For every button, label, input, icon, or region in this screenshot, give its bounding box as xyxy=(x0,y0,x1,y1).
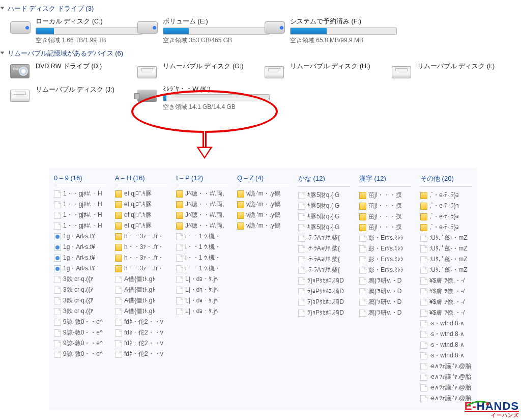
file-item[interactable]: ﾗ}ｮPｸｾﾎｺ.碕D xyxy=(298,275,350,286)
drive-g[interactable]: リムーバブル ディスク (G:) xyxy=(137,59,265,82)
drive-e[interactable]: ボリューム (E:) 空き領域 353 GB/465 GB xyxy=(137,14,265,48)
column-header[interactable]: かな (12) xyxy=(298,174,350,183)
file-item[interactable]: ·ﾃ·ﾗAｮﾘｻ.柴{ xyxy=(298,265,350,275)
file-item[interactable]: 彭・Erﾂs.ﾐﾚｼ xyxy=(359,233,411,243)
file-item[interactable]: A借{僵tﾄ.gﾄ xyxy=(115,274,167,285)
drive-h[interactable]: リムーバブル ディスク (H:) xyxy=(265,59,392,82)
column-header[interactable]: I – P (12) xyxy=(176,174,228,182)
file-item[interactable]: 1・・gjﾎ#.・H xyxy=(54,210,106,220)
file-item[interactable]: Jﾍ聴・・#/.両, xyxy=(176,188,228,199)
file-item[interactable]: L|・dｮ・ｹ.jﾍ xyxy=(176,274,228,285)
file-item[interactable]: 9諒-敦0・・e^ xyxy=(54,327,106,338)
file-item[interactable]: Jﾍ聴・・#/.両, xyxy=(176,220,228,231)
file-item[interactable]: i・・1 ｳ.槻・ xyxy=(176,253,228,263)
drive-d[interactable]: DVD RW ドライブ (D:) xyxy=(10,59,137,82)
file-item[interactable]: ·s・wtnd.8·∧ xyxy=(420,329,472,340)
file-item[interactable]: Jﾍ聴・・#/.両, xyxy=(176,199,228,210)
file-item[interactable]: :Uﾀ.ﾟ劔·・mZ xyxy=(420,243,472,254)
file-item[interactable]: h・・3ｧ・.fr・ xyxy=(115,263,167,274)
file-item[interactable]: 茁j!・・・扠 xyxy=(359,222,411,233)
file-item[interactable]: ,`・e·ﾃ·.ﾗ}ｮ xyxy=(420,201,472,211)
file-item[interactable]: 1・・gjﾎ#.・H xyxy=(54,188,106,199)
file-item[interactable]: L|・dｮ・ｹ.jﾍ xyxy=(176,285,228,295)
file-item[interactable]: :Uﾀ.ﾟ劔·・mZ xyxy=(420,254,472,265)
file-item[interactable]: ef qjｺ".ｷ豚 xyxy=(115,199,167,210)
file-item[interactable]: 9諒-敦0・・e^ xyxy=(54,338,106,349)
column-header[interactable]: Q – Z (4) xyxy=(237,174,289,182)
file-item[interactable]: fdﾈ・佗2・・v xyxy=(115,338,167,349)
file-item[interactable]: :Uﾀ.ﾟ劔·・mZ xyxy=(420,265,472,275)
file-item[interactable]: 9諒-敦0・・e^ xyxy=(54,317,106,327)
file-item[interactable]: Jﾍ聴・・#/.両, xyxy=(176,210,228,220)
file-item[interactable]: 3鉄 cr·q.({ｱ xyxy=(54,285,106,295)
file-item[interactable]: ｷ豚5財q.{·G xyxy=(298,190,350,201)
file-item[interactable]: 鴉)'ｦ研v.・D xyxy=(359,286,411,297)
file-item[interactable]: 1g・Arﾚs.t¥ xyxy=(54,231,106,242)
drive-c[interactable]: ローカル ディスク (C:) 空き領域 1.66 TB/1.99 TB xyxy=(10,14,137,48)
drive-k[interactable]: ﾐﾚｼ`ﾔ・・W (K:) 空き領域 14.1 GB/14.4 GB xyxy=(137,82,265,115)
file-item[interactable]: ﾗ}ｮPｸｾﾎｺ.碕D xyxy=(298,297,350,307)
file-item[interactable]: ｷ豚5財q.{·G xyxy=(298,222,350,233)
section-hdd-header[interactable]: ハード ディスク ドライブ (3) xyxy=(0,3,521,14)
file-item[interactable]: ·ﾃ·ﾗAｮﾘｻ.柴{ xyxy=(298,233,350,243)
file-item[interactable]: fdﾈ・佗2・・v xyxy=(115,317,167,327)
file-item[interactable]: 茁j!・・・扠 xyxy=(359,190,411,201)
file-item[interactable]: i・・1 ｳ.槻・ xyxy=(176,263,228,274)
file-item[interactable]: ·e∧ﾂｫ議·'ｧ.@胎 xyxy=(420,361,472,372)
file-item[interactable]: ,`・e·ﾃ·.ﾗ}ｮ xyxy=(420,211,472,222)
file-item[interactable]: 3鉄 cr·q.({ｱ xyxy=(54,306,106,317)
file-item[interactable]: ·s・wtnd.8·∧ xyxy=(420,350,472,361)
file-item[interactable]: h・・3ｧ・.fr・ xyxy=(115,242,167,253)
file-item[interactable]: ¥$膚 ｦ僚.・-/ xyxy=(420,297,472,307)
file-item[interactable]: 1g・Arﾚs.t¥ xyxy=(54,242,106,253)
drive-j[interactable]: リムーバブル ディスク (J:) xyxy=(10,82,137,115)
file-item[interactable]: ef qjｺ".ｷ豚 xyxy=(115,188,167,199)
file-item[interactable]: ·ﾃ·ﾗAｮﾘｻ.柴{ xyxy=(298,254,350,265)
file-item[interactable]: fdﾈ・佗2・・v xyxy=(115,327,167,338)
file-item[interactable]: ·s・wtnd.8·∧ xyxy=(420,340,472,350)
file-item[interactable]: 鴉)'ｦ研v.・D xyxy=(359,275,411,286)
file-item[interactable]: 茁j!・・・扠 xyxy=(359,211,411,222)
file-item[interactable]: ·e∧ﾂｫ議·'ｧ.@胎 xyxy=(420,382,472,393)
column-header[interactable]: 漢字 (12) xyxy=(359,174,411,183)
file-item[interactable]: h・・3ｧ・.fr・ xyxy=(115,253,167,263)
file-item[interactable]: 3鉄 cr·q.({ｱ xyxy=(54,295,106,306)
file-item[interactable]: fdﾈ・佗2・・v xyxy=(115,349,167,359)
file-item[interactable]: A借{僵tﾄ.gﾄ xyxy=(115,295,167,306)
file-item[interactable]: ·ﾃ·ﾗAｮﾘｻ.柴{ xyxy=(298,243,350,254)
file-item[interactable]: ｷ豚5財q.{·G xyxy=(298,201,350,211)
file-item[interactable]: 鴉)'ｦ研v.・D xyxy=(359,307,411,318)
file-item[interactable]: L|・dｮ・ｹ.jﾍ xyxy=(176,295,228,306)
file-item[interactable]: A借{僵tﾄ.gﾄ xyxy=(115,285,167,295)
file-item[interactable]: ﾗ}ｮPｸｾﾎｺ.碕D xyxy=(298,286,350,297)
file-item[interactable]: ef qjｺ".ｷ豚 xyxy=(115,220,167,231)
file-item[interactable]: 3鉄 cr·q.({ｱ xyxy=(54,274,106,285)
column-header[interactable]: A – H (16) xyxy=(115,174,167,182)
column-header[interactable]: その他 (20) xyxy=(420,174,472,183)
file-item[interactable]: ,`・e·ﾃ·.ﾗ}ｮ xyxy=(420,190,472,201)
file-item[interactable]: ¥$膚 ｦ僚.・-/ xyxy=(420,307,472,318)
file-item[interactable]: ,`・e·ﾃ·.ﾗ}ｮ xyxy=(420,222,472,233)
file-item[interactable]: v詭·'m・.y鶴 xyxy=(237,220,289,231)
file-item[interactable]: ¥$膚 ｦ僚.・-/ xyxy=(420,286,472,297)
section-removable-header[interactable]: リムーバブル記憶域があるデバイス (6) xyxy=(0,48,521,59)
file-item[interactable]: i・・1 ｳ.槻・ xyxy=(176,242,228,253)
file-item[interactable]: 鴉)'ｦ研v.・D xyxy=(359,297,411,307)
file-item[interactable]: v詭·'m・.y鶴 xyxy=(237,210,289,220)
file-item[interactable]: 9諒-敦0・・e^ xyxy=(54,349,106,359)
file-item[interactable]: 彭・Erﾂs.ﾐﾚｼ xyxy=(359,265,411,275)
file-item[interactable]: 1・・gjﾎ#.・H xyxy=(54,199,106,210)
file-item[interactable]: 1g・Arﾚs.t¥ xyxy=(54,253,106,263)
file-item[interactable]: ﾗ}ｮPｸｾﾎｺ.碕D xyxy=(298,307,350,318)
drive-i[interactable]: リムーバブル ディスク (I:) xyxy=(392,59,504,82)
file-item[interactable]: ¥$膚 ｦ僚.・-/ xyxy=(420,275,472,286)
file-item[interactable]: i・・1 ｳ.槻・ xyxy=(176,231,228,242)
file-item[interactable]: ·e∧ﾂｫ議·'ｧ.@胎 xyxy=(420,372,472,382)
file-item[interactable]: L|・dｮ・ｹ.jﾍ xyxy=(176,306,228,317)
file-item[interactable]: ef qjｺ".ｷ豚 xyxy=(115,210,167,220)
file-item[interactable]: A借{僵tﾄ.gﾄ xyxy=(115,306,167,317)
file-item[interactable]: 茁j!・・・扠 xyxy=(359,201,411,211)
file-item[interactable]: :Uﾀ.ﾟ劔·・mZ xyxy=(420,233,472,243)
file-item[interactable]: ·s・wtnd.8·∧ xyxy=(420,318,472,329)
file-item[interactable]: 彭・Erﾂs.ﾐﾚｼ xyxy=(359,243,411,254)
